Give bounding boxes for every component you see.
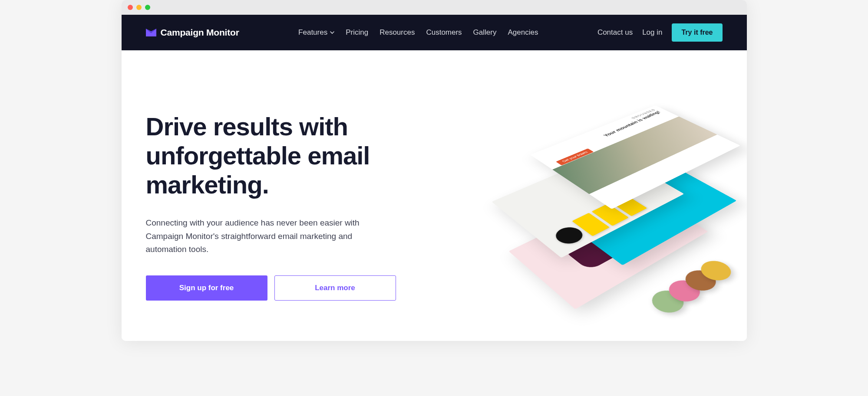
nav-item-customers[interactable]: Customers (426, 28, 462, 37)
brand-name: Campaign Monitor (161, 27, 239, 38)
nav-item-agencies[interactable]: Agencies (508, 28, 538, 37)
brand-logo[interactable]: Campaign Monitor (146, 27, 239, 38)
main-navbar: Campaign Monitor Features Pricing Resour… (122, 15, 747, 50)
macaron-cluster-icon (652, 261, 733, 314)
nav-primary: Features Pricing Resources Customers Gal… (298, 28, 538, 37)
hero-copy: Drive results with unforgettable email m… (146, 112, 446, 300)
nav-item-label: Pricing (346, 28, 368, 37)
hero-illustration: Products GROUNDED Your mountain is waiti… (463, 98, 722, 315)
nav-item-label: Resources (380, 28, 415, 37)
template-headline: Your mountain is waiting! (602, 110, 662, 137)
nav-item-resources[interactable]: Resources (380, 28, 415, 37)
nav-secondary: Contact us Log in Try it free (597, 23, 723, 42)
logo-mark-icon (146, 29, 156, 36)
learn-more-button[interactable]: Learn more (274, 275, 396, 301)
nav-item-gallery[interactable]: Gallery (473, 28, 497, 37)
browser-window: Campaign Monitor Features Pricing Resour… (122, 0, 747, 341)
chevron-down-icon (330, 30, 334, 35)
template-brand: GROUNDED (630, 108, 657, 119)
nav-item-pricing[interactable]: Pricing (346, 28, 368, 37)
browser-title-bar (122, 0, 747, 15)
contact-link[interactable]: Contact us (597, 28, 633, 37)
hero-title: Drive results with unforgettable email m… (146, 112, 446, 199)
nav-item-label: Customers (426, 28, 462, 37)
hero-cta-row: Sign up for free Learn more (146, 275, 446, 301)
login-link[interactable]: Log in (642, 28, 662, 37)
nav-item-label: Gallery (473, 28, 497, 37)
nav-item-label: Agencies (508, 28, 538, 37)
email-template-stack: Products GROUNDED Your mountain is waiti… (463, 98, 722, 315)
window-close-icon[interactable] (128, 5, 133, 10)
try-it-free-button[interactable]: Try it free (672, 23, 722, 42)
template-card-top: GROUNDED Your mountain is waiting! Get y… (530, 105, 740, 209)
hero-subtitle: Connecting with your audience has never … (146, 216, 372, 256)
hero-section: Drive results with unforgettable email m… (122, 50, 747, 341)
window-minimize-icon[interactable] (136, 5, 142, 10)
nav-item-label: Features (298, 28, 327, 37)
window-maximize-icon[interactable] (145, 5, 150, 10)
signup-button[interactable]: Sign up for free (146, 275, 267, 301)
nav-item-features[interactable]: Features (298, 28, 334, 37)
